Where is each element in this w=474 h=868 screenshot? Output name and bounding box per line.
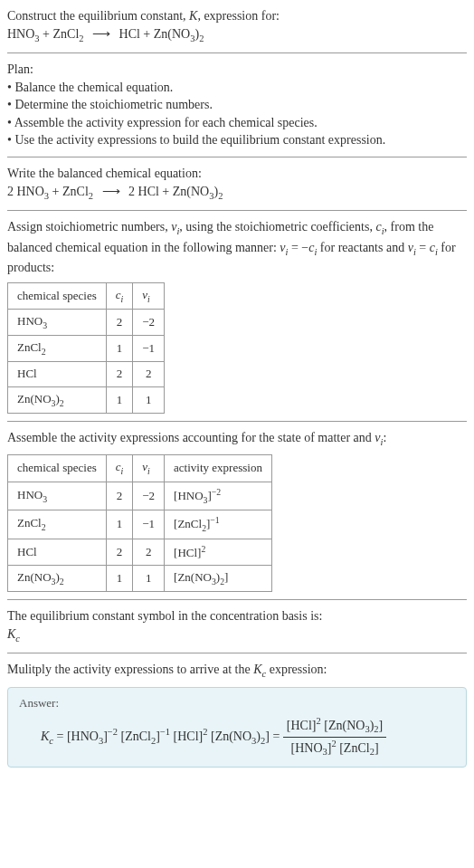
act: [ZnCl <box>174 517 202 530</box>
table-header-row: chemical species ci νi activity expressi… <box>8 455 272 482</box>
cell-activity: [HCl]2 <box>165 539 272 566</box>
act: [HNO <box>174 489 204 502</box>
sp: Zn(NO <box>17 392 52 405</box>
assign-section: Assign stoichiometric numbers, νi, using… <box>7 218 467 414</box>
balanced-heading: Write the balanced chemical equation: <box>7 165 467 183</box>
stoich-table: chemical species ci νi HNO3 2 −2 ZnCl2 1… <box>7 282 165 414</box>
table-row: ZnCl2 1 −1 <box>8 336 165 362</box>
plan-heading: Plan: <box>7 61 467 79</box>
cell-species: HCl <box>8 539 107 566</box>
balanced-section: Write the balanced chemical equation: 2 … <box>7 165 467 203</box>
reaction-arrow-icon: ⟶ <box>87 27 116 41</box>
act: [HCl] <box>174 546 201 559</box>
cell-nui: −2 <box>133 309 165 335</box>
col-activity: activity expression <box>165 455 272 482</box>
kc-symbol: Kc <box>7 625 467 645</box>
table-row: Zn(NO3)2 1 1 [Zn(NO3)2] <box>8 566 272 592</box>
kc-symbol-section: The equilibrium constant symbol in the c… <box>7 607 467 645</box>
eq-part: = <box>416 241 430 254</box>
eq-part: 2 HCl + Zn(NO <box>128 185 209 198</box>
table-row: HCl 2 2 [HCl]2 <box>8 539 272 566</box>
eq-part: HNO <box>7 27 34 41</box>
term: [HNO <box>67 730 99 743</box>
sp-sub: 3 <box>43 320 47 330</box>
plan-bullet: • Balance the chemical equation. <box>7 79 467 97</box>
eq-part: = − <box>288 241 308 254</box>
fraction-numerator: [HCl]2 [Zn(NO3)2] <box>283 715 386 738</box>
plan-bullet: • Determine the stoichiometric numbers. <box>7 96 467 114</box>
plan-bullet: • Assemble the activity expression for e… <box>7 114 467 132</box>
unbalanced-equation: HNO3 + ZnCl2 ⟶ HCl + Zn(NO3)2 <box>7 27 204 41</box>
term: [ZnCl <box>339 741 369 755</box>
sp-sub: 2 <box>60 577 64 587</box>
cell-species: ZnCl2 <box>8 336 107 362</box>
c-sub: i <box>121 466 124 476</box>
assemble-text: : <box>383 431 386 444</box>
sp-sub: 3 <box>43 493 47 503</box>
nu-sub: i <box>147 293 150 303</box>
eq-sign: = <box>270 730 283 743</box>
term: ] <box>379 719 384 732</box>
act-exp: 2 <box>201 544 205 554</box>
cell-species: ZnCl2 <box>8 510 107 539</box>
answer-label: Answer: <box>19 695 455 711</box>
answer-box: Answer: Kc = [HNO3]−2 [ZnCl2]−1 [HCl]2 [… <box>7 687 467 768</box>
eq-sub: 2 <box>218 190 223 200</box>
reaction-arrow-icon: ⟶ <box>97 185 126 198</box>
term: [HCl] <box>287 719 317 732</box>
sp-sub: 2 <box>42 347 46 357</box>
act: ] <box>224 570 228 584</box>
cell-species: HCl <box>8 362 107 386</box>
eq-sub: 2 <box>199 33 204 43</box>
sp: HCl <box>17 545 37 558</box>
assign-text: , using the stoichiometric coefficients, <box>179 220 375 234</box>
plan-section: Plan: • Balance the chemical equation. •… <box>7 61 467 149</box>
col-species: chemical species <box>8 455 107 482</box>
eq-part: + ZnCl <box>49 185 89 198</box>
cell-nui: 2 <box>133 362 165 386</box>
assemble-section: Assemble the activity expressions accoun… <box>7 429 467 593</box>
term: [Zn(NO <box>324 719 365 732</box>
eq-sub: 2 <box>79 33 83 43</box>
k-symbol: K <box>7 627 15 641</box>
term-exp: 2 <box>317 716 321 726</box>
table-row: Zn(NO3)2 1 1 <box>8 386 165 413</box>
sp-sub: 2 <box>42 522 46 532</box>
sp: ZnCl <box>17 340 42 354</box>
k-symbol: K <box>189 9 197 23</box>
k-symbol: K <box>41 730 49 743</box>
term: [HCl] <box>174 730 204 743</box>
cell-species: HNO3 <box>8 309 107 335</box>
prompt-text: Construct the equilibrium constant, <box>7 9 189 23</box>
sp: ZnCl <box>17 516 42 529</box>
cell-activity: [ZnCl2]−1 <box>165 510 272 539</box>
kc-text: The equilibrium constant symbol in the c… <box>7 607 467 625</box>
k-sub: c <box>15 634 20 644</box>
cell-nui: −1 <box>133 510 165 539</box>
cell-nui: −2 <box>133 482 165 510</box>
cell-nui: 1 <box>133 566 165 592</box>
table-row: HCl 2 2 <box>8 362 165 386</box>
col-nui: νi <box>133 282 165 309</box>
fraction: [HCl]2 [Zn(NO3)2] [HNO3]2 [ZnCl2] <box>283 715 386 759</box>
col-ci: ci <box>106 282 133 309</box>
fraction-denominator: [HNO3]2 [ZnCl2] <box>283 738 386 759</box>
term-exp: 2 <box>331 739 336 749</box>
cell-activity: [Zn(NO3)2] <box>165 566 272 592</box>
eq-sub: 2 <box>89 190 93 200</box>
sp: HNO <box>17 488 43 501</box>
col-nui: νi <box>133 455 165 482</box>
cell-ci: 1 <box>106 510 133 539</box>
cell-activity: [HNO3]−2 <box>165 482 272 510</box>
cell-ci: 1 <box>106 336 133 362</box>
act-exp: −1 <box>210 515 219 525</box>
sp-sub: 2 <box>60 397 64 407</box>
cell-ci: 2 <box>106 539 133 566</box>
assemble-text: Assemble the activity expressions accoun… <box>7 431 374 444</box>
table-row: HNO3 2 −2 [HNO3]−2 <box>8 482 272 510</box>
term-exp: −1 <box>160 727 170 737</box>
term: [HNO <box>291 741 323 755</box>
cell-ci: 1 <box>106 386 133 413</box>
act: [Zn(NO <box>174 570 212 584</box>
cell-ci: 2 <box>106 482 133 510</box>
